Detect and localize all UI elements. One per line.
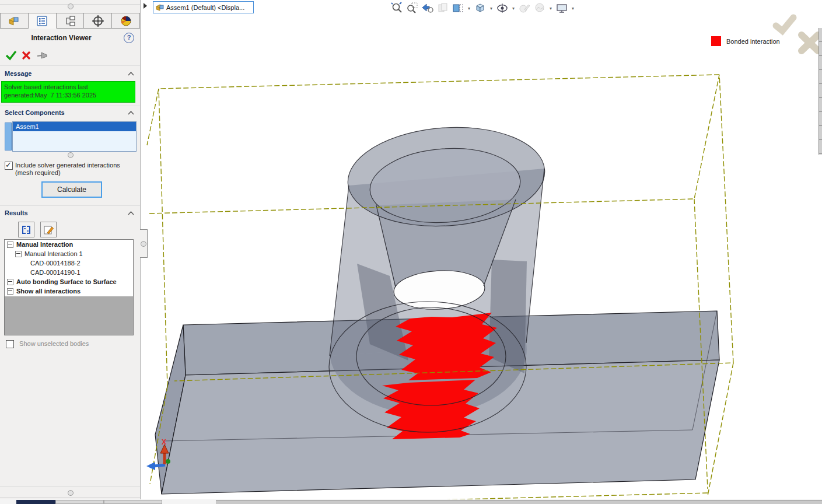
flyout-tree-arrow[interactable]: [144, 3, 147, 9]
solidworks-interaction-viewer-window: { "colors": { "bonded_red": "#fa0606", "…: [0, 0, 822, 504]
show-unselected-row: Show unselected bodies: [6, 340, 89, 348]
component-listbox[interactable]: Assem1: [12, 121, 137, 152]
view-orientation-button[interactable]: [474, 2, 487, 15]
dropdown-arrow-icon[interactable]: ▾: [548, 6, 553, 11]
taskbar-segment[interactable]: [16, 500, 55, 504]
tab-configuration-manager[interactable]: [57, 13, 85, 29]
panel-bottom-line: [0, 486, 140, 487]
collapse-chevron-icon[interactable]: [128, 111, 134, 115]
panel-collapse-handle[interactable]: [140, 229, 148, 258]
property-manager-icon: [36, 15, 48, 27]
divider: [0, 106, 140, 106]
confirm-ok-button[interactable]: [776, 18, 793, 31]
tab-display-manager[interactable]: [112, 13, 140, 29]
show-unselected-checkbox[interactable]: [6, 340, 14, 348]
zoom-to-fit-button[interactable]: [391, 2, 404, 15]
divider: [0, 205, 140, 206]
dynamic-annotation-views-button[interactable]: [452, 2, 464, 15]
taskbar-segment[interactable]: [55, 500, 104, 504]
help-icon[interactable]: ?: [124, 33, 134, 43]
dropdown-arrow-icon[interactable]: ▾: [489, 6, 494, 11]
include-solver-label: Include solver generated interactions (m…: [15, 162, 132, 177]
legend-label: Bonded interaction: [726, 38, 780, 45]
tree-row[interactable]: Manual Interaction: [5, 240, 133, 249]
panel-splitter-grip[interactable]: [68, 4, 74, 9]
panel-bottom-line: [0, 497, 140, 498]
edit-interaction-icon: [43, 224, 54, 236]
tab-feature-manager[interactable]: [0, 13, 29, 29]
cancel-button[interactable]: [23, 52, 30, 59]
page-title: Interaction Viewer: [0, 34, 123, 42]
taskbar-segment[interactable]: [216, 500, 822, 504]
dropdown-arrow-icon[interactable]: ▾: [511, 6, 516, 11]
panel-bottom-grip[interactable]: [68, 490, 74, 496]
dimxpert-icon: [92, 15, 104, 27]
document-selector-label: Assem1 (Default) <Displa...: [166, 4, 244, 11]
solver-message-box: Solver based interactions last generated…: [1, 81, 135, 103]
interaction-viewer-tool-button[interactable]: [18, 222, 34, 237]
section-view-button[interactable]: [436, 2, 449, 15]
component-selection-group: Assem1: [5, 121, 137, 152]
include-solver-checkbox[interactable]: [5, 162, 13, 170]
message-section-header[interactable]: Message: [5, 70, 135, 79]
dropdown-arrow-icon[interactable]: ▾: [571, 6, 575, 11]
ok-button[interactable]: [6, 51, 16, 59]
tree-expander-icon[interactable]: [7, 288, 13, 295]
message-line: generated:May 7 11:33:56 2025: [4, 91, 132, 99]
select-components-section-header[interactable]: Select Components: [5, 109, 135, 118]
triad-x-label: X: [162, 438, 166, 446]
tab-dimxpert-manager[interactable]: [84, 13, 112, 29]
include-solver-checkbox-row: Include solver generated interactions (m…: [5, 162, 135, 170]
heads-up-toolbar: ▾ ▾ ▾ ▾ ▾: [391, 1, 575, 15]
message-line: Solver based interactions last: [4, 83, 132, 91]
list-item[interactable]: Assem1: [13, 122, 136, 131]
interaction-legend: Bonded interaction: [711, 36, 780, 46]
property-manager-panel: Interaction Viewer ? Message Solver base…: [0, 0, 141, 499]
configuration-manager-icon: [64, 15, 76, 27]
interaction-viewer-tool-icon: [20, 224, 32, 236]
tree-row[interactable]: CAD-00014190-1: [5, 268, 133, 277]
list-item[interactable]: [13, 131, 136, 141]
tab-property-manager[interactable]: [29, 13, 57, 29]
tree-row[interactable]: CAD-00014188-2: [5, 258, 133, 268]
collapse-chevron-icon[interactable]: [128, 72, 134, 76]
assembly-icon: [155, 3, 165, 12]
document-selector[interactable]: Assem1 (Default) <Displa...: [153, 1, 254, 13]
tree-expander-icon[interactable]: [7, 279, 13, 285]
display-manager-icon: [120, 15, 132, 27]
dropdown-arrow-icon[interactable]: ▾: [467, 6, 471, 11]
selection-box-bar: [5, 123, 12, 150]
previous-view-button[interactable]: [421, 2, 434, 15]
listbox-resize-grip[interactable]: [68, 152, 74, 158]
tree-empty-area: [5, 296, 133, 335]
tree-row[interactable]: Auto bonding Surface to Surface: [5, 277, 133, 286]
show-unselected-label: Show unselected bodies: [19, 340, 89, 347]
right-scrollbar-strip[interactable]: [818, 28, 822, 155]
tree-expander-icon[interactable]: [15, 251, 22, 257]
view-settings-button[interactable]: [555, 2, 568, 15]
divider: [0, 65, 140, 66]
pin-button[interactable]: [37, 52, 47, 58]
bonded-color-swatch: [711, 36, 721, 46]
status-strip: [0, 499, 822, 504]
display-style-button[interactable]: [496, 2, 509, 15]
tree-expander-icon[interactable]: [7, 242, 13, 248]
panel-handle-grip: [141, 241, 146, 247]
feature-manager-icon: [8, 15, 20, 27]
calculate-button[interactable]: Calculate: [41, 181, 102, 198]
edit-interaction-button[interactable]: [40, 222, 57, 237]
tree-row[interactable]: Show all interactions: [5, 286, 133, 296]
confirm-cancel-button[interactable]: [802, 35, 818, 51]
taskbar-segment[interactable]: [104, 500, 162, 504]
panel-tab-bar: [0, 13, 140, 29]
list-item[interactable]: [13, 141, 136, 150]
results-section-header[interactable]: Results: [5, 209, 135, 219]
edit-appearance-button[interactable]: [518, 2, 531, 15]
collapse-chevron-icon[interactable]: [128, 211, 134, 215]
apply-scene-button[interactable]: [533, 2, 546, 15]
zoom-to-area-button[interactable]: [406, 2, 419, 15]
pm-action-row: [5, 49, 51, 61]
tree-row[interactable]: Manual Interaction 1: [5, 249, 133, 258]
results-tree[interactable]: Manual Interaction Manual Interaction 1 …: [4, 239, 134, 335]
